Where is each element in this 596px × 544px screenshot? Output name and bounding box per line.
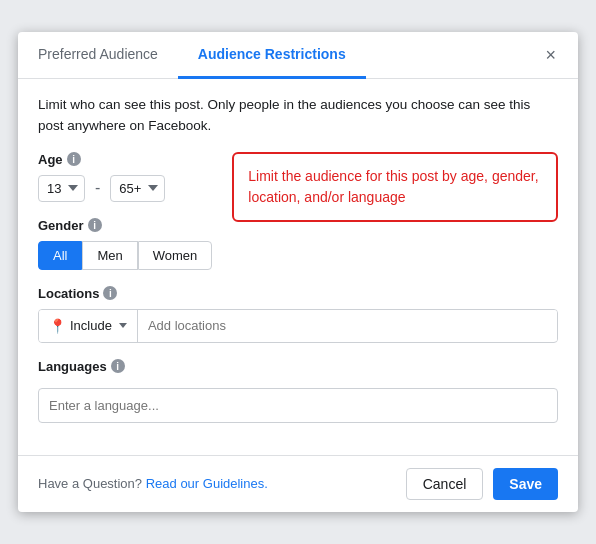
languages-label: Languages i [38,359,558,374]
include-dropdown[interactable]: 📍 Include [39,310,138,342]
gender-label: Gender i [38,218,212,233]
languages-info-icon[interactable]: i [111,359,125,373]
modal-header: Preferred Audience Audience Restrictions… [18,32,578,79]
guidelines-link[interactable]: Read our Guidelines. [146,476,268,491]
gender-info-icon[interactable]: i [88,218,102,232]
locations-label: Locations i [38,286,558,301]
save-button[interactable]: Save [493,468,558,500]
close-button[interactable]: × [537,42,564,68]
pin-icon: 📍 [49,318,66,334]
age-min-dropdown[interactable]: 13 14 15 16 17 18 21 [38,175,85,202]
location-input[interactable] [138,310,557,341]
tab-audience-restrictions[interactable]: Audience Restrictions [178,32,366,79]
modal-body: Limit who can see this post. Only people… [18,79,578,455]
age-min-select-wrapper: 13 14 15 16 17 18 21 [38,175,85,202]
tooltip-box: Limit the audience for this post by age,… [232,152,558,222]
include-label: Include [70,318,112,333]
include-chevron-icon [119,323,127,328]
locations-info-icon[interactable]: i [103,286,117,300]
gender-btn-women[interactable]: Women [138,241,213,270]
age-tooltip-row: Age i 13 14 15 16 17 18 21 [38,152,558,286]
age-info-icon[interactable]: i [67,152,81,166]
age-max-select-wrapper: 65+ 55 45 35 25 [110,175,165,202]
gender-section: Gender i All Men Women [38,218,212,270]
age-max-dropdown[interactable]: 65+ 55 45 35 25 [110,175,165,202]
age-label: Age i [38,152,212,167]
age-controls: Age i 13 14 15 16 17 18 21 [38,152,212,286]
footer-question: Have a Question? Read our Guidelines. [38,476,268,491]
cancel-button[interactable]: Cancel [406,468,484,500]
location-input-wrapper: 📍 Include [38,309,558,343]
modal-footer: Have a Question? Read our Guidelines. Ca… [18,455,578,512]
age-row: 13 14 15 16 17 18 21 - 65+ 55 [38,175,212,202]
footer-buttons: Cancel Save [406,468,558,500]
tab-preferred-audience[interactable]: Preferred Audience [18,32,178,79]
question-text: Have a Question? [38,476,142,491]
age-dash: - [95,179,100,197]
languages-section: Languages i [38,359,558,423]
modal-dialog: Preferred Audience Audience Restrictions… [18,32,578,512]
language-input[interactable] [38,388,558,423]
locations-section: Locations i 📍 Include [38,286,558,343]
gender-buttons-group: All Men Women [38,241,212,270]
description-text: Limit who can see this post. Only people… [38,95,558,136]
gender-btn-men[interactable]: Men [82,241,137,270]
gender-btn-all[interactable]: All [38,241,82,270]
